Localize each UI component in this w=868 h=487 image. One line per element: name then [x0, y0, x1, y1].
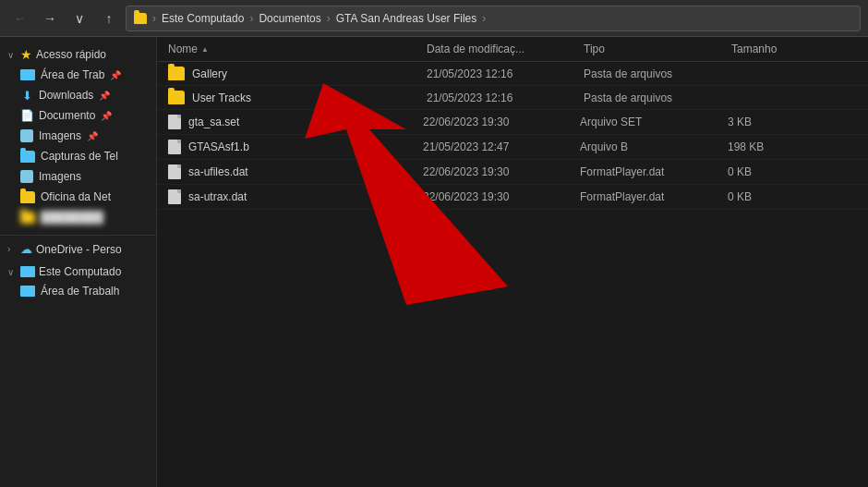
column-date[interactable]: Data de modificaç... — [427, 43, 584, 55]
folder-icon-gallery — [168, 67, 185, 80]
table-row[interactable]: gta_sa.set 22/06/2023 19:30 Arquivo SET … — [157, 110, 868, 135]
sidebar-item-blurred[interactable]: ████████ — [0, 207, 156, 227]
table-row[interactable]: GTASAsf1.b 21/05/2023 12:47 Arquivo B 19… — [157, 135, 868, 160]
folder-yellow-icon — [20, 191, 35, 203]
file-size: 0 KB — [728, 165, 820, 178]
column-size[interactable]: Tamanho — [731, 43, 824, 55]
file-type: FormatPlayer.dat — [580, 190, 728, 203]
file-name: User Tracks — [192, 91, 427, 104]
file-type: Arquivo SET — [580, 116, 728, 128]
file-date: 21/05/2023 12:16 — [427, 91, 584, 104]
sidebar-item-desktop2[interactable]: Área de Trabalh — [0, 281, 156, 301]
file-date: 21/05/2023 12:47 — [423, 140, 580, 153]
forward-button[interactable]: → — [37, 6, 63, 31]
computer-label: Este Computado — [39, 265, 121, 278]
sidebar-item-label: Oficina da Net — [41, 190, 111, 203]
file-type: Arquivo B — [580, 140, 728, 153]
onedrive-section: › ☁ OneDrive - Perso — [0, 235, 156, 259]
address-bar[interactable]: › Este Computado › Documentos › GTA San … — [126, 6, 861, 31]
column-name[interactable]: Nome ▲ — [168, 43, 427, 55]
file-icon-utrax — [168, 189, 181, 204]
desktop-icon — [20, 69, 35, 80]
dropdown-button[interactable]: ∨ — [66, 6, 92, 31]
sidebar-item-pictures2[interactable]: Imagens — [0, 166, 156, 187]
computer-icon — [20, 266, 35, 277]
sidebar-item-desktop[interactable]: Área de Trab 📌 — [0, 65, 156, 85]
chevron-down-icon: ∨ — [7, 50, 17, 60]
pin-icon: 📌 — [99, 91, 110, 101]
file-list: Gallery 21/05/2023 12:16 Pasta de arquiv… — [157, 62, 868, 487]
quick-access-label: Acesso rápido — [36, 48, 106, 61]
images-icon2 — [20, 170, 33, 183]
sidebar-item-downloads[interactable]: ⬇ Downloads 📌 — [0, 85, 156, 105]
breadcrumb-computer: Este Computado — [162, 12, 244, 25]
sidebar-item-oficina[interactable]: Oficina da Net — [0, 187, 156, 207]
onedrive-header[interactable]: › ☁ OneDrive - Perso — [0, 239, 156, 259]
sidebar-item-label: Área de Trabalh — [41, 285, 119, 298]
pin-icon: 📌 — [110, 70, 121, 80]
file-type: Pasta de arquivos — [584, 91, 731, 104]
folder-icon — [134, 13, 147, 24]
captures-folder-icon — [20, 151, 35, 163]
computer-header[interactable]: ∨ Este Computado — [0, 262, 156, 281]
quick-access-section: ∨ ★ Acesso rápido Área de Trab 📌 ⬇ Downl… — [0, 44, 156, 227]
file-type: FormatPlayer.dat — [580, 165, 728, 178]
up-button[interactable]: ↑ — [96, 6, 122, 31]
chevron-down-icon2: ∨ — [7, 267, 17, 277]
pin-icon: 📌 — [87, 131, 98, 141]
file-date: 22/06/2023 19:30 — [423, 190, 580, 203]
column-headers: Nome ▲ Data de modificaç... Tipo Tamanho — [157, 37, 868, 62]
back-button[interactable]: ← — [7, 6, 33, 31]
file-type: Pasta de arquivos — [584, 67, 731, 80]
sidebar-item-label: Documento — [39, 109, 95, 122]
sidebar-item-label: Imagens — [39, 129, 81, 142]
top-bar: ← → ∨ ↑ › Este Computado › Documentos › … — [0, 0, 868, 37]
table-row[interactable]: sa-utrax.dat 22/06/2023 19:30 FormatPlay… — [157, 185, 868, 210]
file-size: 0 KB — [728, 190, 820, 203]
breadcrumb-gta: GTA San Andreas User Files — [336, 12, 477, 25]
file-size: 198 KB — [728, 140, 820, 153]
file-icon-set — [168, 115, 181, 129]
sidebar-item-label: Downloads — [39, 89, 93, 102]
sidebar-item-label: Área de Trab — [41, 68, 104, 81]
table-row[interactable]: Gallery 21/05/2023 12:16 Pasta de arquiv… — [157, 62, 868, 86]
quick-access-header[interactable]: ∨ ★ Acesso rápido — [0, 44, 156, 65]
sidebar: ∨ ★ Acesso rápido Área de Trab 📌 ⬇ Downl… — [0, 37, 157, 487]
desktop2-icon — [20, 286, 35, 297]
sep1: › — [249, 12, 253, 25]
file-name: Gallery — [192, 67, 427, 80]
file-size: 3 KB — [728, 116, 820, 128]
file-name: GTASAsf1.b — [188, 140, 423, 153]
sidebar-item-label: Imagens — [39, 170, 81, 183]
main-layout: ∨ ★ Acesso rápido Área de Trab 📌 ⬇ Downl… — [0, 37, 868, 487]
breadcrumb-docs: Documentos — [259, 12, 320, 25]
sidebar-item-documents[interactable]: 📄 Documento 📌 — [0, 105, 156, 126]
star-icon: ★ — [20, 47, 32, 62]
sidebar-item-label: Capturas de Tel — [41, 150, 118, 163]
content-area: Nome ▲ Data de modificaç... Tipo Tamanho… — [157, 37, 868, 487]
table-row[interactable]: sa-ufiles.dat 22/06/2023 19:30 FormatPla… — [157, 160, 868, 185]
table-row[interactable]: User Tracks 21/05/2023 12:16 Pasta de ar… — [157, 86, 868, 110]
sidebar-item-images[interactable]: Imagens 📌 — [0, 126, 156, 146]
download-icon: ⬇ — [20, 89, 33, 102]
file-icon-b — [168, 140, 181, 154]
chevron-right-icon: › — [7, 244, 17, 254]
pin-icon: 📌 — [101, 111, 112, 121]
file-name: gta_sa.set — [188, 116, 423, 128]
file-date: 22/06/2023 19:30 — [423, 165, 580, 178]
file-date: 22/06/2023 19:30 — [423, 116, 580, 128]
column-type[interactable]: Tipo — [584, 43, 731, 55]
document-icon: 📄 — [20, 109, 33, 122]
file-name: sa-ufiles.dat — [188, 165, 423, 178]
breadcrumb-sep: › — [152, 12, 156, 25]
sort-arrow-icon: ▲ — [201, 45, 209, 54]
sidebar-item-captures[interactable]: Capturas de Tel — [0, 146, 156, 166]
file-icon-ufiles — [168, 164, 181, 179]
sep2: › — [327, 12, 331, 25]
file-date: 21/05/2023 12:16 — [427, 67, 584, 80]
folder-icon-usertracks — [168, 91, 185, 104]
file-name: sa-utrax.dat — [188, 190, 423, 203]
images-icon — [20, 129, 33, 142]
sep3: › — [482, 12, 486, 25]
cloud-icon: ☁ — [20, 242, 32, 256]
